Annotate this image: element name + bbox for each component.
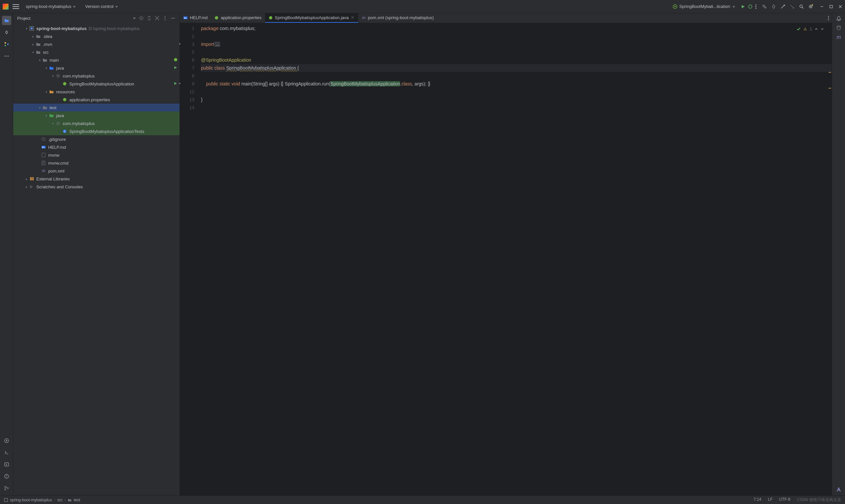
- tree-java[interactable]: ▾java: [13, 64, 179, 72]
- prev-highlight-icon[interactable]: [815, 28, 818, 31]
- tree-mvnw-cmd[interactable]: mvnw.cmd: [13, 159, 179, 167]
- tree-gitignore[interactable]: .gitignore: [13, 135, 179, 143]
- tree-test-package[interactable]: ▾com.mybatisplus: [13, 120, 179, 127]
- terminal-tool-button[interactable]: [2, 448, 11, 457]
- tree-test-java[interactable]: ▾java: [13, 111, 179, 120]
- bean-icon[interactable]: [173, 57, 178, 62]
- more-tool-button[interactable]: [2, 52, 11, 61]
- tree-help[interactable]: M↓HELP.md: [13, 143, 179, 151]
- tree-test[interactable]: ▾test: [13, 104, 179, 111]
- search-icon[interactable]: [799, 4, 804, 9]
- code-token: SpringApplication.: [284, 81, 322, 86]
- folder-icon: [42, 57, 48, 63]
- tree-test-class[interactable]: CSpringBootMybatisplusApplicationTests: [13, 127, 179, 135]
- tab-props[interactable]: application.properties: [211, 13, 265, 23]
- project-dropdown[interactable]: spring-boot-mybatisplus: [23, 3, 78, 10]
- fold-icon[interactable]: [179, 42, 182, 46]
- problems-icon: [4, 474, 9, 479]
- tree-external-libs[interactable]: ▸External Libraries: [13, 175, 179, 183]
- close-button[interactable]: [839, 5, 842, 8]
- run-button[interactable]: [741, 4, 745, 9]
- cursor-position[interactable]: 7:14: [754, 497, 761, 503]
- main-menu-button[interactable]: [13, 4, 19, 9]
- maximize-button[interactable]: [829, 5, 833, 8]
- line-ending[interactable]: LF: [768, 497, 772, 503]
- select-opened-file-icon[interactable]: [139, 16, 144, 21]
- debug-button[interactable]: [748, 4, 753, 9]
- tree-scratches[interactable]: ▸Scratches and Consoles: [13, 183, 179, 191]
- hide-panel-icon[interactable]: [170, 16, 176, 21]
- services-tool-button[interactable]: [2, 436, 11, 445]
- structure-tool-button[interactable]: [2, 40, 11, 49]
- tree-root[interactable]: ▾ spring-boot-mybatisplus D:\spring-boot…: [13, 24, 179, 32]
- database-tool-button[interactable]: [836, 25, 841, 30]
- ai-assistant-button[interactable]: [836, 487, 842, 493]
- right-tool-strip: m: [832, 13, 845, 496]
- forward-icon[interactable]: [790, 4, 795, 9]
- svg-text:M↓: M↓: [42, 146, 45, 148]
- more-actions-icon[interactable]: [755, 4, 757, 9]
- svg-rect-14: [5, 45, 6, 46]
- settings-icon[interactable]: [808, 4, 813, 9]
- panel-options-icon[interactable]: [162, 16, 168, 21]
- tree-resources[interactable]: ▾resources: [13, 88, 179, 96]
- code-with-me-icon[interactable]: [762, 4, 767, 9]
- file-encoding[interactable]: UTF-8: [779, 497, 790, 503]
- library-icon: [29, 176, 34, 181]
- tree-mvnw[interactable]: mvnw: [13, 151, 179, 159]
- breadcrumb[interactable]: spring-boot-mybatisplus › src › test: [4, 498, 80, 502]
- next-highlight-icon[interactable]: [821, 28, 824, 31]
- tree-main[interactable]: ▾main: [13, 56, 179, 64]
- run-configuration-dropdown[interactable]: SpringBootMybati...lication: [670, 3, 738, 10]
- maven-tool-button[interactable]: m: [836, 34, 842, 40]
- commit-tool-button[interactable]: [2, 28, 11, 37]
- tab-pom[interactable]: m pom.xml (spring-boot-mybatisplus): [358, 13, 437, 23]
- run-tool-button[interactable]: [2, 460, 11, 469]
- run-gutter-icon[interactable]: [174, 82, 177, 85]
- updates-icon[interactable]: [771, 4, 776, 9]
- svg-point-5: [756, 7, 757, 8]
- collapse-all-icon[interactable]: [155, 16, 160, 21]
- tree-mvn[interactable]: ▸.mvn: [13, 40, 179, 48]
- svg-point-8: [800, 5, 803, 7]
- minimize-button[interactable]: [820, 5, 824, 8]
- gutter[interactable]: 1 2 3 5 6 7 8 9 12 13 14: [180, 23, 200, 496]
- fold-icon[interactable]: [179, 82, 182, 85]
- scroll-marks[interactable]: [828, 23, 832, 496]
- breadcrumb-item[interactable]: test: [74, 498, 80, 502]
- chevron-down-icon[interactable]: [133, 17, 136, 20]
- tree-package[interactable]: ▾com.mybatisplus: [13, 72, 179, 80]
- editor-indicators[interactable]: ⚠ 1: [796, 25, 824, 33]
- chevron-down-icon: [73, 5, 76, 8]
- svg-point-34: [57, 75, 59, 76]
- code-token: import: [201, 41, 214, 47]
- inspection-icon[interactable]: [796, 27, 801, 31]
- tree-app-class[interactable]: SpringBootMybatisplusApplication: [13, 80, 179, 88]
- vcs-dropdown[interactable]: Version control: [83, 3, 121, 10]
- tab-help[interactable]: M↓ HELP.md: [180, 13, 211, 23]
- problems-tool-button[interactable]: [2, 472, 11, 481]
- code-token: ...: [214, 41, 221, 47]
- git-tool-button[interactable]: [2, 484, 11, 493]
- tree-app-props[interactable]: application.properties: [13, 96, 179, 104]
- tree-pom[interactable]: mpom.xml: [13, 167, 179, 175]
- code-content[interactable]: package com.mybatisplus; import ... @Spr…: [200, 23, 832, 496]
- tab-options-icon[interactable]: [828, 16, 829, 20]
- svg-point-6: [763, 5, 765, 7]
- expand-all-icon[interactable]: [146, 16, 152, 21]
- scratches-icon: [29, 184, 34, 189]
- notifications-tool-button[interactable]: [836, 16, 841, 21]
- project-tree[interactable]: ▾ spring-boot-mybatisplus D:\spring-boot…: [13, 23, 179, 496]
- close-icon[interactable]: [351, 16, 355, 20]
- run-gutter-icon[interactable]: [174, 66, 177, 69]
- breadcrumb-item[interactable]: src: [57, 498, 63, 502]
- project-tool-button[interactable]: [2, 16, 11, 25]
- code-editor[interactable]: 1 2 3 5 6 7 8 9 12 13 14 package com.myb…: [180, 23, 832, 496]
- build-icon[interactable]: [780, 4, 786, 9]
- tab-app-java[interactable]: SpringBootMybatisplusApplication.java: [265, 13, 358, 23]
- tree-idea[interactable]: ▸.idea: [13, 32, 179, 40]
- folder-icon: [36, 34, 41, 39]
- tree-src[interactable]: ▾src: [13, 48, 179, 56]
- svg-point-9: [810, 6, 812, 7]
- breadcrumb-item[interactable]: spring-boot-mybatisplus: [10, 498, 52, 502]
